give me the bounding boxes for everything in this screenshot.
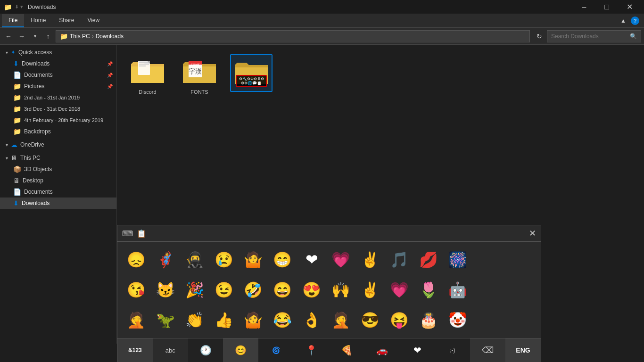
sidebar-item-dec2018[interactable]: 📁 3rd Dec - 31st Dec 2018 (0, 103, 116, 115)
keyboard-icon-button[interactable]: ⌨ (122, 229, 133, 238)
emoji-raised-hands[interactable]: 🙌 (327, 276, 355, 304)
pictures-icon: 📁 (13, 82, 21, 90)
maximize-button[interactable]: □ (596, 0, 618, 14)
sidebar-item-backdrops[interactable]: 📁 Backdrops (0, 126, 116, 137)
refresh-button[interactable]: ↻ (534, 31, 545, 42)
emoji-heart-pink[interactable]: 💗 (327, 246, 355, 274)
emoji-cat-kaomoji[interactable]: 🌀 (258, 338, 294, 362)
emoji-grinning[interactable]: 😄 (268, 276, 297, 304)
emoji-cake[interactable]: 🎂 (414, 306, 443, 334)
emoji-rofl[interactable]: 🤣 (239, 276, 267, 304)
emoji-thumbsup[interactable]: 👍 (210, 306, 238, 334)
emoji-woman-shrug[interactable]: 🤷 (239, 306, 267, 334)
address-path[interactable]: 📁 This PC › Downloads (56, 30, 530, 42)
emoji-cat-face[interactable]: 😊 (223, 338, 258, 362)
sidebar-3d-objects[interactable]: 📦 3D Objects (0, 164, 116, 175)
emoji-wink[interactable]: 😉 (210, 276, 238, 304)
emoji-cat-recent-icon: 🕐 (200, 345, 212, 356)
sidebar-documents-label: Documents (24, 72, 53, 78)
emoji-backspace-button[interactable]: ⌫ (470, 338, 505, 362)
onedrive-label: OneDrive (20, 141, 44, 148)
emoji-heart-spark[interactable]: 💗 (385, 276, 413, 304)
emoji-cat-food[interactable]: 🍕 (329, 338, 364, 362)
sidebar-onedrive[interactable]: ▾ ☁ OneDrive (0, 139, 116, 150)
emoji-cat-smirk[interactable]: 😼 (151, 276, 180, 304)
sidebar-item-downloads[interactable]: ⬇ Downloads 📌 (0, 58, 116, 69)
emoji-cat-travel[interactable]: 🚗 (364, 338, 400, 362)
emoji-facepalm[interactable]: 🤦 (122, 306, 150, 334)
emoji-cat-abc[interactable]: abc (153, 338, 188, 362)
emoji-tongue[interactable]: 😝 (385, 306, 413, 334)
folder-fonts[interactable]: FONT 字漢 FONTS (178, 54, 221, 98)
up-button[interactable]: ↑ (42, 31, 54, 42)
emoji-superhero[interactable]: 🦸 (151, 246, 180, 274)
sidebar-this-pc[interactable]: ▾ 🖥 This PC (0, 152, 116, 164)
folder-selected[interactable]: ⚙🔧⚙⚙⚙🖥 ⚙⚙⚙🌐💬📋 (230, 54, 272, 92)
emoji-sad[interactable]: 😞 (122, 246, 150, 274)
sidebar-item-feb2019[interactable]: 📁 4th February - 28th February 2019 (0, 115, 116, 126)
emoji-dino[interactable]: 🦖 (151, 306, 180, 334)
minimize-button[interactable]: – (573, 0, 595, 14)
folder-discord[interactable]: Discord (126, 54, 169, 98)
svg-text:字漢: 字漢 (189, 67, 202, 75)
emoji-cry[interactable]: 😢 (210, 246, 238, 274)
emoji-cat-location[interactable]: 📍 (294, 338, 329, 362)
emoji-sunglasses[interactable]: 😎 (356, 306, 384, 334)
folder-backdrops-icon: 📁 (13, 128, 21, 135)
emoji-grid: 😞 🦸 🥷 😢 🤷 😁 ❤ 💗 ✌ 🎵 💋 🎆 😘 😼 🎉 😉 🤣 😄 😍 🙌 … (117, 242, 541, 338)
sidebar-documents-thispc[interactable]: 📄 Documents (0, 186, 116, 197)
search-input[interactable] (551, 33, 630, 40)
emoji-shrug[interactable]: 🤷 (239, 246, 267, 274)
close-button[interactable]: ✕ (619, 0, 640, 14)
tab-home[interactable]: Home (24, 14, 52, 27)
emoji-ok[interactable]: 👌 (297, 306, 326, 334)
emoji-lips[interactable]: 💋 (414, 246, 443, 274)
emoji-heart-red[interactable]: ❤ (297, 246, 326, 274)
emoji-tulip[interactable]: 🌷 (414, 276, 443, 304)
clipboard-icon-button[interactable]: 📋 (137, 229, 146, 238)
forward-button[interactable]: → (16, 31, 27, 42)
sidebar-desktop[interactable]: 🖥 Desktop (0, 175, 116, 186)
emoji-lol[interactable]: 😂 (268, 306, 297, 334)
emoji-ninja[interactable]: 🥷 (181, 246, 209, 274)
emoji-peace[interactable]: ✌ (356, 276, 384, 304)
ribbon: File Home Share View ▲ ? (0, 14, 644, 28)
recent-locations-button[interactable]: ▾ (29, 31, 41, 42)
emoji-cat-heart[interactable]: ❤ (400, 338, 435, 362)
back-button[interactable]: ← (3, 31, 14, 42)
emoji-victory[interactable]: ✌ (356, 246, 384, 274)
sidebar-item-jan2019[interactable]: 📁 2nd Jan - 31st Jan 2019 (0, 92, 116, 103)
emoji-fireworks[interactable]: 🎆 (444, 246, 472, 274)
tab-file[interactable]: File (2, 14, 24, 27)
emoji-row-3: 🤦 🦖 👏 👍 🤷 😂 👌 🤦 😎 😝 🎂 🤡 (122, 306, 536, 334)
emoji-music[interactable]: 🎵 (385, 246, 413, 274)
ribbon-collapse-button[interactable]: ▲ (618, 15, 629, 27)
emoji-kiss[interactable]: 😘 (122, 276, 150, 304)
sidebar-3d-objects-label: 3D Objects (24, 166, 52, 173)
emoji-party-popper[interactable]: 🎉 (181, 276, 209, 304)
emoji-person-facepalm[interactable]: 🤦 (327, 306, 355, 334)
tab-view[interactable]: View (81, 14, 106, 27)
emoji-close-button[interactable]: ✕ (529, 228, 536, 239)
desktop-icon: 🖥 (13, 177, 20, 184)
path-downloads[interactable]: Downloads (96, 33, 124, 40)
emoji-cat-abc-label: abc (165, 347, 175, 354)
emoji-clap[interactable]: 👏 (181, 306, 209, 334)
emoji-cat-numbers[interactable]: &123 (117, 338, 153, 362)
help-button[interactable]: ? (631, 16, 639, 25)
folder-selected-icon-wrapper: ⚙🔧⚙⚙⚙🖥 ⚙⚙⚙🌐💬📋 (235, 58, 268, 88)
sidebar-section-quick-access[interactable]: ▾ ✦ Quick access (0, 47, 116, 58)
emoji-clown[interactable]: 🤡 (444, 306, 472, 334)
sidebar-item-documents[interactable]: 📄 Documents 📌 (0, 69, 116, 81)
emoji-cat-kaomoji2[interactable]: ;-) (435, 338, 470, 362)
sidebar-item-pictures[interactable]: 📁 Pictures 📌 (0, 81, 116, 92)
emoji-cat-recent[interactable]: 🕐 (188, 338, 223, 362)
emoji-grin[interactable]: 😁 (268, 246, 297, 274)
path-this-pc[interactable]: This PC (70, 33, 90, 40)
emoji-heart-eyes[interactable]: 😍 (297, 276, 326, 304)
sidebar-downloads-thispc[interactable]: ⬇ Downloads (0, 197, 116, 209)
emoji-lang-button[interactable]: ENG (505, 338, 541, 362)
tab-share[interactable]: Share (52, 14, 81, 27)
emoji-robot[interactable]: 🤖 (444, 276, 472, 304)
search-box: 🔍 (547, 30, 641, 42)
